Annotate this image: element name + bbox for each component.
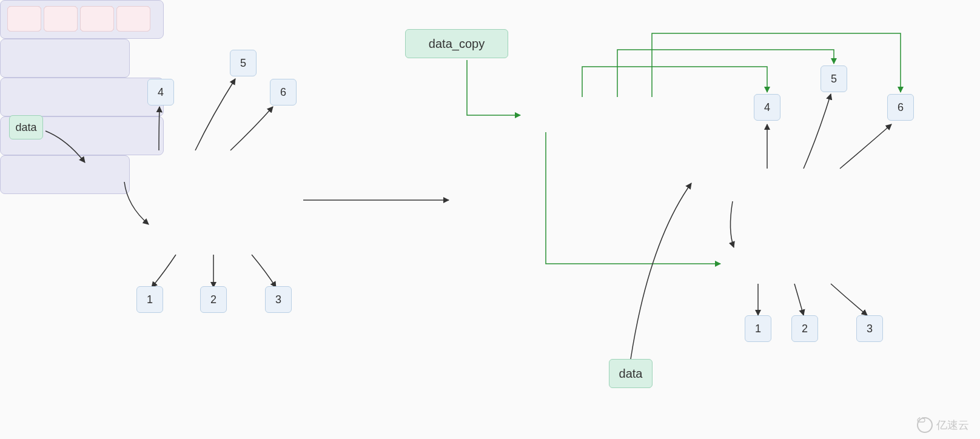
- num-2-right: 2: [791, 315, 818, 342]
- num-1-right: 1: [745, 315, 771, 342]
- num-3-right: 3: [856, 315, 883, 342]
- data-label-right: data: [609, 359, 653, 388]
- num-6-left: 6: [270, 79, 297, 106]
- watermark-text: 亿速云: [936, 418, 969, 432]
- num-6-right: 6: [887, 94, 914, 121]
- num-1-left: 1: [136, 286, 163, 313]
- slot: [80, 6, 114, 32]
- num-3-left: 3: [265, 286, 292, 313]
- cloud-icon: [917, 417, 933, 433]
- data-label-left: data: [9, 115, 43, 139]
- slot: [44, 6, 78, 32]
- data-copy-label: data_copy: [405, 29, 508, 58]
- watermark: 亿速云: [917, 417, 969, 433]
- num-5-left: 5: [230, 50, 257, 76]
- num-5-right: 5: [821, 65, 847, 92]
- slot: [7, 6, 41, 32]
- num-2-left: 2: [200, 286, 227, 313]
- num-4-left: 4: [147, 79, 174, 106]
- slot: [116, 6, 150, 32]
- num-4-right: 4: [754, 94, 780, 121]
